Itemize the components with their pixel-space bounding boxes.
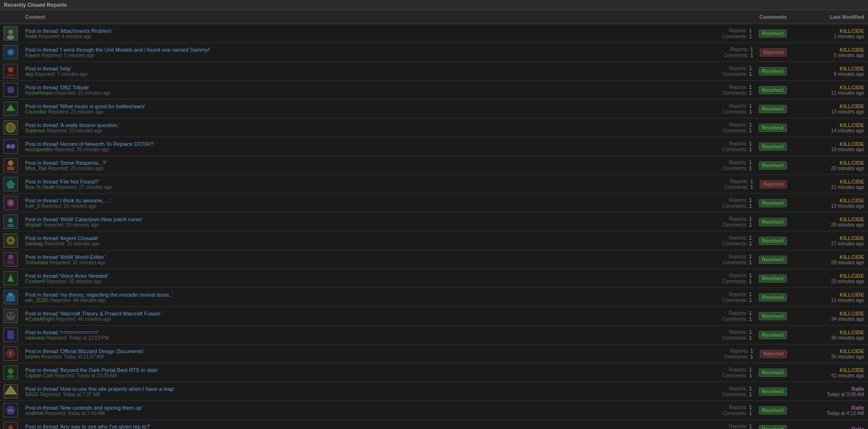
post-title[interactable]: Post in thread 'I went through the Unit … [25,47,729,53]
modifier-name[interactable]: KILLCIDE [795,348,864,354]
reporter-username[interactable]: WojoaK [25,222,42,228]
reporter-username[interactable]: Kayem [25,53,40,58]
counts: Reports:1 Comments:1 [724,179,753,190]
avatar-cell [0,100,21,118]
table-row: Post in thread 'my theory, regarding the… [0,288,868,307]
modifier-name[interactable]: Ralle [795,426,864,429]
modifier-name[interactable]: KILLCIDE [795,103,864,109]
modifier-name[interactable]: KILLCIDE [795,160,864,166]
reporter-username[interactable]: meinvers [25,335,45,341]
last-modified-cell: KILLCIDE 28 minutes ago [791,252,868,267]
post-title[interactable]: Post in thread 'i think its awsome,.....… [25,198,729,203]
modifier-name[interactable]: KILLCIDE [795,28,864,34]
col-avatar [0,12,21,22]
reporter: SAUG Reported: Today at 7:37 AM [25,392,729,397]
modified-time: 28 minutes ago [795,260,864,265]
col-content: Content [21,12,733,22]
post-title[interactable]: Post in thread 'Argent Crusade' [25,235,729,241]
reporter-username[interactable]: SAUG [25,392,39,397]
post-title[interactable]: Post in thread 'Some Requests...?' [25,160,729,166]
modifier-name[interactable]: KILLCIDE [795,273,864,279]
status-cell: Reports:1 Comments:1 Resolved [733,290,791,305]
reporter-username[interactable]: Bow To Death [25,185,55,190]
post-title[interactable]: Post in thread 'WoW Cataclysm-New patch … [25,216,729,222]
reporter-username[interactable]: Crusher9 [25,279,45,284]
content-cell: Post in thread 'Warcraft Theory & Projec… [21,309,733,324]
modifier-name[interactable]: Ralle [795,405,864,411]
content-cell: Post in thread 'What music is good for b… [21,101,733,116]
modifier-name[interactable]: KILLCIDE [795,311,864,316]
reporter-username[interactable]: dog [25,72,33,77]
svg-point-7 [8,67,13,72]
post-title[interactable]: Post in thread 'Beyond the Dark Portal B… [25,367,729,373]
post-title[interactable]: Post in thread 'Official Blizzard Design… [25,348,729,354]
svg-point-31 [8,255,13,260]
reported-time: Reported: 31 minutes ago [44,241,100,246]
reporter: Crusher9 Reported: 35 minutes ago [25,279,729,284]
content-cell: Post in thread 'Any way to see who I've … [21,422,733,429]
reported-time: Reported: 25 minutes ago [48,166,103,171]
reported-time: Reported: 4 minutes ago [39,34,92,39]
post-title[interactable]: Post in thread 'Heroes of Newerth To Rep… [25,141,729,147]
post-title[interactable]: Post in thread 'help' [25,66,729,72]
reporter-username[interactable]: Captain Cool [25,373,53,378]
status-badge: Resolved [759,425,787,429]
post-title[interactable]: Post in thread 'File Not Found?' [25,179,729,185]
modifier-name[interactable]: KILLCIDE [795,179,864,185]
post-title[interactable]: Post in thread 'DBZ Tribute' [25,85,729,90]
avatar-cell [0,231,21,250]
modifier-name[interactable]: KILLCIDE [795,122,864,128]
svg-point-47 [8,369,13,374]
modifier-name[interactable]: KILLCIDE [795,367,864,373]
reporter-username[interactable]: HydraReaper [25,90,54,96]
modifier-name[interactable]: KILLCIDE [795,292,864,298]
avatar [3,328,18,342]
reporter-username[interactable]: son_31391 [25,298,49,303]
reporter-username[interactable]: Mtss_Tsai [25,166,46,171]
modifier-name[interactable]: KILLCIDE [795,66,864,72]
post-title[interactable]: Post in thread 'Attachments Problem' [25,28,729,34]
reporter-username[interactable]: Councillor [25,109,46,114]
reporter: WojoaK Reported: 29 minutes ago [25,222,729,228]
post-title[interactable]: Post in thread 'What music is good for b… [25,103,729,109]
status-badge: Resolved [759,143,787,151]
modifier-name[interactable]: KILLCIDE [795,235,864,241]
reporter-username[interactable]: Kedie [25,34,38,39]
reporter-username[interactable]: Icoh_0 [25,203,40,209]
reporter-username[interactable]: turphin [25,354,40,359]
modifier-name[interactable]: KILLCIDE [795,254,864,260]
reporter-username[interactable]: mrdimok [25,411,43,416]
post-title[interactable]: Post in thread 'New contests and spicing… [25,405,729,411]
reporter-username[interactable]: Samsag [25,241,43,246]
svg-point-25 [8,218,13,223]
content-cell: Post in thread 'Attachments Problem' Ked… [21,26,733,41]
table-row: Post in thread 'WoW World Editor' Trohum… [0,250,868,269]
last-modified-cell: KILLCIDE 36 minutes ago [791,346,868,361]
status-badge: Resolved [759,105,787,113]
reporter-username[interactable]: Septimus [25,128,45,133]
reporter: Trohumber Reported: 32 minutes ago [25,260,729,265]
post-title[interactable]: Post in thread '============' [25,329,729,335]
modifier-name[interactable]: KILLCIDE [795,216,864,222]
last-modified-cell: Ralle Today at 3:06 AM [791,384,868,399]
content-cell: Post in thread 'Official Blizzard Design… [21,346,733,361]
modifier-name[interactable]: KILLCIDE [795,47,864,53]
reporter-username[interactable]: ACsimAllright [25,316,54,322]
post-title[interactable]: Post in thread 'A really bizarre questio… [25,122,729,128]
modifier-name[interactable]: KILLCIDE [795,141,864,147]
reporter: Septimus Reported: 23 minutes ago [25,128,729,133]
post-title[interactable]: Post in thread 'my theory, regarding the… [25,292,729,298]
post-title[interactable]: Post in thread 'How to use this site pro… [25,386,729,392]
modifier-name[interactable]: KILLCIDE [795,85,864,90]
reporter-username[interactable]: wociopeodre [25,147,53,152]
post-title[interactable]: Post in thread 'Warcraft Theory & Projec… [25,311,729,316]
modifier-name[interactable]: Ralle [795,386,864,392]
modifier-name[interactable]: KILLCIDE [795,198,864,203]
post-title[interactable]: Post in thread 'Voice Actor Needed' [25,273,729,279]
post-title[interactable]: Post in thread 'WoW World Editor' [25,254,729,260]
reporter-username[interactable]: Trohumber [25,260,49,265]
status-badge: Rejected [760,48,787,57]
status-cell: Reports:1 Comments:1 Resolved [733,271,791,286]
modifier-name[interactable]: KILLCIDE [795,329,864,335]
post-title[interactable]: Post in thread 'Any way to see who I've … [25,424,729,429]
